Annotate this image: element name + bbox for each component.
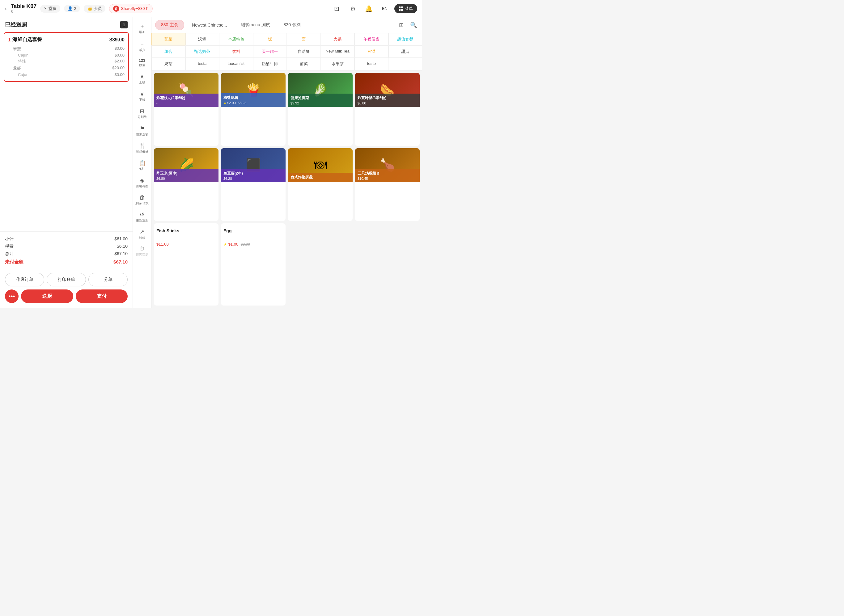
pay-button[interactable]: 支付 bbox=[76, 289, 128, 303]
cat-buffet[interactable]: 自助餐 bbox=[287, 45, 321, 58]
cat-lunch[interactable]: 午餐便当 bbox=[354, 33, 389, 45]
move-up-button[interactable]: ∧ 上移 bbox=[134, 71, 151, 87]
cat-appetizer[interactable]: 前菜 bbox=[287, 58, 321, 70]
cat-pho[interactable]: Phở bbox=[354, 45, 389, 58]
screen-button[interactable]: ⊡ bbox=[331, 3, 343, 15]
move-up-icon: ∧ bbox=[140, 73, 144, 80]
food-card-tofu[interactable]: ⬛ 鱼豆腐(2串) $6.28 bbox=[221, 148, 286, 221]
dine-label: 堂食 bbox=[48, 6, 57, 12]
food-name-fries: 椒盐脆薯 bbox=[223, 95, 283, 100]
tab-main-food[interactable]: 830-主食 bbox=[155, 20, 184, 30]
sharefly-avatar: S bbox=[113, 6, 119, 12]
tax-value: $6.10 bbox=[117, 244, 128, 249]
cat-bubble-tea[interactable]: 奶茶 bbox=[151, 58, 185, 70]
quantity-button[interactable]: 123 数量 bbox=[134, 56, 151, 69]
search-button[interactable]: 🔍 bbox=[408, 20, 418, 30]
delete-button[interactable]: 🗑 删除/作废 bbox=[134, 192, 151, 208]
cat-taocanlist[interactable]: taocanlist bbox=[219, 58, 253, 70]
divider-button[interactable]: ⊟ 分割线 bbox=[134, 106, 151, 122]
food-card-greens[interactable]: 🥬 健康烫青菜 $9.92 bbox=[288, 73, 352, 146]
tab-newest-chinese[interactable]: Newest Chinese... bbox=[186, 20, 233, 30]
table-info: Table K07 8 bbox=[11, 3, 37, 14]
cat-fruit-tea[interactable]: 水果茶 bbox=[321, 58, 355, 70]
food-overlay-fries: 椒盐脆薯 ★$2.00 $8.28 bbox=[221, 93, 286, 107]
note-icon: 📋 bbox=[139, 160, 145, 167]
cat-rice[interactable]: 饭 bbox=[253, 33, 287, 45]
resend-button[interactable]: ↺ 重新送厨 bbox=[134, 209, 151, 225]
food-card-fries[interactable]: 🍟 椒盐脆薯 ★$2.00 $8.28 bbox=[221, 73, 286, 146]
food-image-fried-squid: 🍡 炸花枝丸(2串6粒) - bbox=[154, 73, 219, 107]
food-overlay-sausage: 炸茶叶肠(3串6粒) $6.80 bbox=[355, 94, 420, 107]
unpaid-label: 未付金额 bbox=[5, 259, 23, 265]
delay-label: 延迟送厨 bbox=[136, 253, 148, 257]
send-kitchen-button[interactable]: 送厨 bbox=[21, 289, 73, 303]
delay-button[interactable]: ⏱ 延迟送厨 bbox=[134, 243, 151, 259]
cat-milk-tea[interactable]: 甄选奶茶 bbox=[185, 45, 219, 58]
language-button[interactable]: EN bbox=[379, 5, 390, 12]
food-card-chicken[interactable]: 🍗 三只鸡腿组合 $10.45 bbox=[355, 148, 420, 221]
settings-button[interactable]: ⚙ bbox=[347, 3, 359, 15]
people-tag[interactable]: 👤 2 bbox=[64, 5, 80, 12]
tab-drinks[interactable]: 830-饮料 bbox=[278, 20, 307, 30]
dine-in-tag[interactable]: ✂ 堂食 bbox=[40, 4, 60, 13]
cat-hotpot[interactable]: 火锅 bbox=[321, 33, 355, 45]
sharefly-tag[interactable]: S Sharefly+830 P bbox=[109, 4, 153, 13]
cat-drinks[interactable]: 饮料 bbox=[219, 45, 253, 58]
note-label: 备注 bbox=[139, 167, 145, 171]
back-button[interactable]: ‹ bbox=[5, 5, 7, 12]
decrease-button[interactable]: － 减少 bbox=[134, 38, 151, 54]
food-card-egg[interactable]: Egg ★ $1.00 $3.00 bbox=[221, 223, 286, 305]
unpaid-row: 未付金额 $67.10 bbox=[5, 258, 128, 266]
cat-new-milk-tea[interactable]: New Milk Tea bbox=[321, 45, 355, 58]
food-image-greens: 🥬 健康烫青菜 $9.92 bbox=[288, 73, 352, 107]
sub-item-2: 特辣 $2.00 bbox=[13, 58, 125, 65]
tab-test-menu[interactable]: 测试menu 测试 bbox=[235, 20, 276, 30]
price-adjust-button[interactable]: ◈ 价格调整 bbox=[134, 175, 151, 191]
cat-testa[interactable]: testa bbox=[185, 58, 219, 70]
food-card-corn[interactable]: 🌽 炸玉米(两串) $6.80 bbox=[154, 148, 219, 221]
sub-item-1: Cajun $0.00 bbox=[13, 52, 125, 58]
sub-item-price-1: $0.00 bbox=[114, 53, 125, 57]
cat-combo[interactable]: 组合 bbox=[151, 45, 185, 58]
food-card-sausage[interactable]: 🌭 炸茶叶肠(3串6粒) $6.80 bbox=[355, 73, 420, 146]
food-image-tofu: ⬛ 鱼豆腐(2串) $6.28 bbox=[221, 148, 286, 182]
more-options-button[interactable]: ••• bbox=[5, 289, 19, 303]
people-icon: 👤 bbox=[68, 6, 73, 11]
food-card-fried-squid[interactable]: 🍡 炸花枝丸(2串6粒) - bbox=[154, 73, 219, 146]
tax-label: 税费 bbox=[5, 244, 13, 249]
cat-cheese-steak[interactable]: 奶酪牛排 bbox=[253, 58, 287, 70]
cancel-order-button[interactable]: 作废订单 bbox=[5, 273, 44, 286]
transfer-button[interactable]: ↗ 转移 bbox=[134, 226, 151, 242]
price-adjust-label: 价格调整 bbox=[136, 185, 148, 188]
bell-button[interactable]: 🔔 bbox=[363, 3, 375, 15]
food-card-fish-sticks[interactable]: Fish Sticks $11.00 bbox=[154, 223, 219, 305]
cat-side-dishes[interactable]: 配菜 bbox=[151, 33, 185, 45]
member-tag[interactable]: 👑 会员 bbox=[84, 4, 106, 13]
cat-burger[interactable]: 汉堡 bbox=[185, 33, 219, 45]
food-price-sausage: $6.80 bbox=[358, 101, 417, 105]
total-value: $67.10 bbox=[114, 251, 128, 257]
preference-button[interactable]: 🍴 菜品偏好 bbox=[134, 140, 151, 156]
order-item-name: 海鲜自选套餐 bbox=[12, 37, 109, 43]
cat-testb[interactable]: testb bbox=[354, 58, 389, 70]
note-button[interactable]: 📋 备注 bbox=[134, 157, 151, 173]
cat-specialty[interactable]: 本店特色 bbox=[219, 33, 253, 45]
addon-button[interactable]: ⚑ 附加选项 bbox=[134, 123, 151, 139]
total-row: 总计 $67.10 bbox=[5, 250, 128, 258]
grid-view-button[interactable]: ⊞ bbox=[396, 20, 406, 30]
menu-button[interactable]: 菜单 bbox=[394, 4, 417, 13]
cat-buy-one[interactable]: 买一赠一 bbox=[253, 45, 287, 58]
add-button[interactable]: ＋ 增加 bbox=[134, 20, 151, 37]
cat-value-set[interactable]: 超值套餐 bbox=[389, 33, 423, 45]
subtotal-value: $61.00 bbox=[114, 236, 128, 242]
food-name-taiwan: 台式炸物拼盘 bbox=[291, 175, 350, 180]
order-item-index: 1 bbox=[8, 37, 10, 43]
food-price-egg: ★ $1.00 $3.00 bbox=[223, 242, 283, 246]
split-button[interactable]: 分单 bbox=[88, 273, 128, 286]
food-card-taiwan-platter[interactable]: 🍽 台式炸物拼盘 bbox=[288, 148, 352, 221]
print-bill-button[interactable]: 打印账单 bbox=[47, 273, 86, 286]
cat-dessert[interactable]: 甜点 bbox=[389, 45, 423, 58]
cat-noodle[interactable]: 面 bbox=[287, 33, 321, 45]
move-down-button[interactable]: ∨ 下移 bbox=[134, 88, 151, 104]
delete-icon: 🗑 bbox=[139, 194, 145, 201]
